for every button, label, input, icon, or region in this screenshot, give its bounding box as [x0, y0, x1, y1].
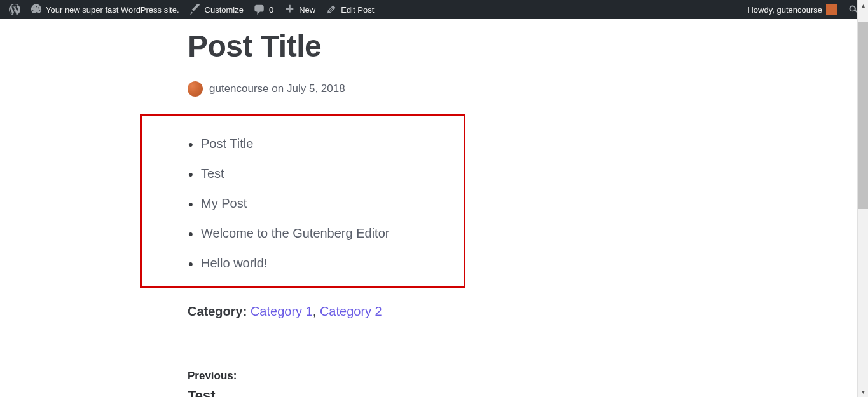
- scroll-thumb[interactable]: [858, 22, 868, 209]
- page-content: Post Title gutencourse on July 5, 2018 P…: [0, 19, 868, 397]
- category-line: Category: Category 1, Category 2: [188, 304, 658, 319]
- new-content-link[interactable]: New: [279, 0, 320, 19]
- previous-post-title[interactable]: Test: [188, 387, 658, 397]
- admin-bar-right: Howdy, gutencourse: [742, 0, 864, 19]
- list-item[interactable]: Hello world!: [201, 248, 464, 278]
- comment-icon: [254, 4, 265, 15]
- my-account-link[interactable]: Howdy, gutencourse: [742, 0, 843, 19]
- post-title: Post Title: [188, 29, 658, 64]
- scroll-down-arrow[interactable]: ▾: [858, 386, 868, 397]
- plus-icon: [284, 4, 295, 15]
- post-date[interactable]: July 5, 2018: [287, 83, 345, 95]
- vertical-scrollbar[interactable]: ▴ ▾: [857, 0, 868, 397]
- wp-admin-bar: Your new super fast WordPress site. Cust…: [0, 0, 868, 19]
- category-link[interactable]: Category 2: [320, 304, 382, 318]
- scroll-up-arrow[interactable]: ▴: [858, 0, 868, 11]
- list-item[interactable]: Post Title: [201, 129, 464, 159]
- customize-text: Customize: [205, 5, 244, 15]
- list-item[interactable]: My Post: [201, 189, 464, 219]
- latest-posts-list: Post Title Test My Post Welcome to the G…: [142, 129, 464, 278]
- pencil-icon: [326, 4, 337, 15]
- author-name[interactable]: gutencourse: [209, 83, 269, 95]
- wp-logo-menu[interactable]: [4, 0, 25, 19]
- list-item[interactable]: Welcome to the Gutenberg Editor: [201, 219, 464, 248]
- site-name-text: Your new super fast WordPress site.: [46, 5, 179, 15]
- post-meta: gutencourse on July 5, 2018: [188, 81, 658, 97]
- howdy-text: Howdy, gutencourse: [747, 5, 822, 15]
- post-container: Post Title gutencourse on July 5, 2018 P…: [188, 29, 658, 397]
- comments-link[interactable]: 0: [249, 0, 279, 19]
- previous-label: Previous:: [188, 370, 658, 382]
- edit-post-link[interactable]: Edit Post: [320, 0, 379, 19]
- category-label: Category:: [188, 304, 247, 318]
- new-text: New: [299, 5, 315, 15]
- author-avatar: [188, 81, 203, 97]
- edit-post-text: Edit Post: [341, 5, 374, 15]
- meta-on: on: [272, 83, 284, 95]
- user-avatar-small: [826, 4, 837, 15]
- brush-icon: [189, 4, 201, 15]
- site-name-link[interactable]: Your new super fast WordPress site.: [25, 0, 184, 19]
- wordpress-icon: [9, 4, 20, 15]
- comments-count: 0: [269, 5, 273, 15]
- post-meta-text: gutencourse on July 5, 2018: [209, 83, 345, 95]
- customize-link[interactable]: Customize: [184, 0, 249, 19]
- highlighted-block: Post Title Test My Post Welcome to the G…: [140, 114, 465, 288]
- post-navigation: Previous: Test: [188, 370, 658, 397]
- list-item[interactable]: Test: [201, 159, 464, 189]
- category-link[interactable]: Category 1: [251, 304, 313, 318]
- dashboard-icon: [31, 4, 42, 15]
- admin-bar-left: Your new super fast WordPress site. Cust…: [4, 0, 379, 19]
- category-separator: ,: [313, 304, 320, 318]
